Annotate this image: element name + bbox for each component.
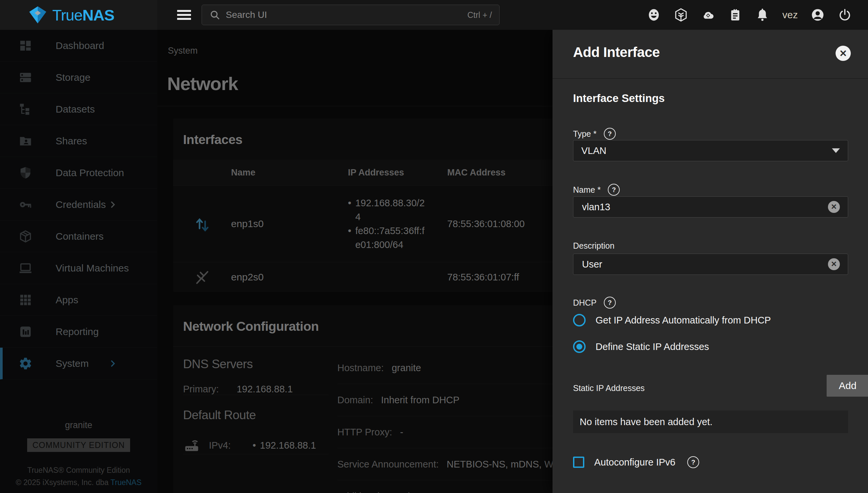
truenas-app: TrueNAS Ctrl + /	[0, 0, 868, 493]
search-input[interactable]	[225, 9, 468, 21]
radio-dhcp-label: Get IP Address Automatically from DHCP	[595, 315, 771, 326]
name-field[interactable]: ✕	[573, 196, 848, 217]
radio-unselected-icon[interactable]	[573, 314, 586, 326]
description-field[interactable]: ✕	[573, 254, 848, 275]
jobs-clipboard-icon[interactable]	[728, 7, 742, 22]
description-label: Description	[573, 241, 614, 251]
truenas-logo-icon	[28, 6, 47, 24]
dhcp-label: DHCP	[573, 298, 596, 307]
name-label: Name *	[573, 185, 601, 195]
help-icon[interactable]: ?	[604, 297, 616, 308]
panel-title: Add Interface	[573, 44, 660, 60]
user-avatar-icon[interactable]	[810, 7, 825, 22]
help-icon[interactable]: ?	[687, 456, 699, 468]
radio-static[interactable]: Define Static IP Addresses	[573, 340, 709, 353]
top-bar: TrueNAS Ctrl + /	[0, 0, 868, 30]
help-icon[interactable]: ?	[608, 184, 620, 196]
search-shortcut: Ctrl + /	[468, 10, 492, 20]
empty-list-message: No items have been added yet.	[573, 411, 848, 433]
feedback-smiley-icon[interactable]	[647, 7, 661, 22]
notifications-bell-icon[interactable]	[755, 7, 770, 22]
search-icon	[209, 9, 220, 21]
truecommand-cloud-icon[interactable]	[701, 7, 715, 22]
add-interface-panel: Add Interface ✕ Interface Settings Type …	[552, 30, 868, 493]
logo[interactable]: TrueNAS	[0, 0, 157, 30]
description-label-row: Description	[573, 241, 614, 251]
autoconfigure-ipv6-row[interactable]: Autoconfigure IPv6 ?	[573, 456, 699, 468]
radio-static-label: Define Static IP Addresses	[595, 341, 709, 352]
radio-selected-icon[interactable]	[573, 340, 586, 353]
truenas-stack-icon[interactable]	[674, 7, 688, 22]
checkbox-unchecked-icon[interactable]	[573, 456, 584, 468]
add-button[interactable]: Add	[827, 375, 868, 396]
dhcp-label-row: DHCP ?	[573, 297, 616, 308]
type-label-row: Type * ?	[573, 128, 616, 140]
username-label: vez	[782, 9, 798, 21]
interface-settings-heading: Interface Settings	[573, 92, 665, 105]
chevron-down-icon	[832, 148, 840, 153]
logo-text: TrueNAS	[52, 6, 114, 24]
help-icon[interactable]: ?	[604, 128, 616, 140]
description-input[interactable]	[581, 259, 828, 270]
menu-icon[interactable]	[177, 10, 191, 20]
autoconfigure-ipv6-label: Autoconfigure IPv6	[594, 457, 675, 468]
modal-backdrop[interactable]	[0, 30, 552, 493]
panel-header: Add Interface ✕	[552, 30, 868, 79]
name-input[interactable]	[581, 201, 828, 213]
name-label-row: Name * ?	[573, 184, 620, 196]
clear-icon[interactable]: ✕	[828, 258, 840, 270]
power-icon[interactable]	[838, 7, 852, 22]
search-box[interactable]: Ctrl + /	[202, 5, 500, 25]
radio-dhcp[interactable]: Get IP Address Automatically from DHCP	[573, 314, 771, 326]
type-label: Type *	[573, 129, 596, 139]
close-icon[interactable]: ✕	[836, 46, 851, 61]
top-icon-cluster: vez	[647, 7, 868, 22]
type-select[interactable]: VLAN	[573, 140, 848, 161]
static-ips-label: Static IP Addresses	[573, 383, 645, 393]
type-select-value: VLAN	[581, 145, 832, 156]
clear-icon[interactable]: ✕	[828, 201, 840, 213]
